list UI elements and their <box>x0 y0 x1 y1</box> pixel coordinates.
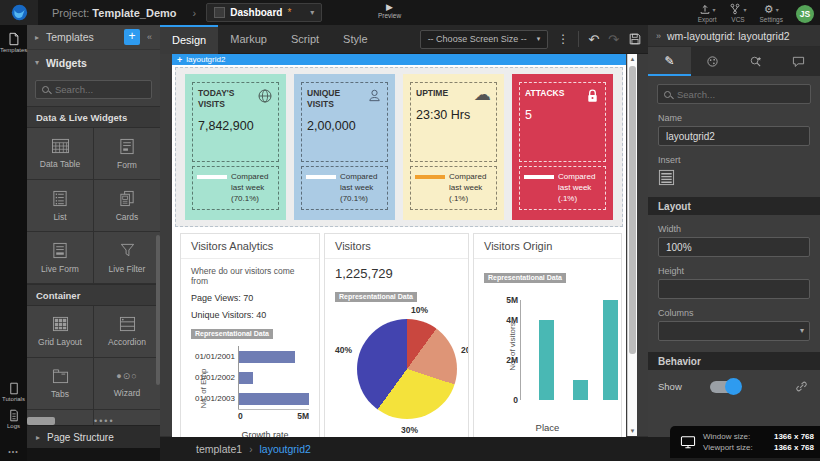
show-toggle[interactable] <box>710 381 740 393</box>
redo-button[interactable]: ↷ <box>608 32 619 47</box>
tab-markup[interactable]: Markup <box>218 25 279 54</box>
width-field[interactable] <box>658 237 810 257</box>
settings-button[interactable]: ⚙ ▾ Settings <box>760 3 784 23</box>
x-tick: 5M <box>297 411 309 421</box>
representational-badge: Representational Data <box>191 329 273 339</box>
trend-bar <box>415 175 445 179</box>
height-label: Height <box>658 266 810 276</box>
columns-select[interactable]: ▾ <box>658 321 810 341</box>
breadcrumb-page[interactable]: template1 <box>196 443 242 455</box>
kpi-card-todays-visits[interactable]: TODAY'S VISITS 7,842,900 <box>185 74 286 220</box>
widgets-section-header[interactable]: ▾ Widgets <box>27 50 160 75</box>
bar <box>573 380 588 400</box>
scroll-down-icon[interactable]: ▼ <box>628 428 637 434</box>
panel-title: Visitors Analytics <box>181 234 319 259</box>
canvas-scrollbar[interactable]: ▲ ▼ <box>627 54 637 436</box>
widget-tile-tabs[interactable]: Tabs <box>27 358 93 409</box>
layout-section-header[interactable]: Layout <box>648 197 820 215</box>
widget-tile-live-form[interactable]: Live Form <box>27 232 93 283</box>
widget-tile-partial[interactable] <box>27 410 93 425</box>
insert-row-button[interactable] <box>658 169 675 186</box>
category-container: Container <box>27 284 160 306</box>
layout-grid-row[interactable]: TODAY'S VISITS 7,842,900 <box>175 67 623 227</box>
add-template-button[interactable]: + <box>124 29 140 45</box>
scrollbar-thumb[interactable] <box>629 66 636 354</box>
preview-button[interactable]: ▶ Preview <box>378 2 401 19</box>
form-icon <box>119 138 135 155</box>
search-icon <box>42 86 49 93</box>
visitors-pie-chart: 10% 20% 30% 40% <box>335 307 458 439</box>
visitors-total: 1,225,729 <box>335 266 458 281</box>
widget-tile-partial[interactable]: •••• <box>94 410 160 425</box>
templates-section-header[interactable]: ▸ Templates + « <box>27 25 160 50</box>
design-canvas[interactable]: + layoutgrid2 TODAY'S VISITS <box>172 54 626 446</box>
export-button[interactable]: ▾ Export <box>698 3 717 23</box>
panel-visitors[interactable]: Visitors 1,225,729 Representational Data… <box>324 233 469 443</box>
bar <box>239 351 295 363</box>
undo-button[interactable]: ↶ <box>588 32 599 47</box>
widget-tile-live-filter[interactable]: Live Filter <box>94 232 160 283</box>
tab-properties[interactable]: ✎ <box>648 47 691 76</box>
widget-tile-list[interactable]: List <box>27 180 93 231</box>
screen-size-dropdown[interactable]: -- Choose Screen Size -- ▾ <box>420 30 549 49</box>
widget-tile-grid-layout[interactable]: Grid Layout <box>27 306 93 357</box>
save-button[interactable] <box>628 32 642 46</box>
representational-badge: Representational Data <box>484 273 566 283</box>
theme-icon <box>706 55 719 68</box>
pencil-icon: ✎ <box>664 54 674 68</box>
properties-search-input[interactable] <box>677 89 804 100</box>
properties-tabs: ✎ <box>648 47 820 76</box>
name-field[interactable] <box>658 126 810 146</box>
branch-icon <box>729 3 741 15</box>
widget-search-input[interactable] <box>55 84 145 95</box>
kpi-card-uptime[interactable]: UPTIME ☁ 23:30 Hrs Compared last week (.… <box>403 74 504 220</box>
top-bar: Project: Template_Demo › Dashboard * ▾ ▶… <box>0 0 820 25</box>
bind-link-icon[interactable] <box>795 380 808 393</box>
tab-design[interactable]: Design <box>160 25 218 54</box>
x-tick: 0 <box>238 411 243 421</box>
scroll-up-icon[interactable]: ▲ <box>628 56 637 62</box>
origin-bar-chart: No. of visitors 5M 4M 2M 0 <box>514 292 605 414</box>
tab-comments[interactable] <box>777 47 820 76</box>
rail-item-logs[interactable]: Logs <box>0 402 27 429</box>
widget-tile-wizard[interactable]: ●⊙○ Wizard <box>94 358 160 409</box>
rail-item-templates[interactable]: Templates <box>0 25 27 53</box>
widget-tile-cards[interactable]: Cards <box>94 180 160 231</box>
widget-tile-accordion[interactable]: Accordion <box>94 306 160 357</box>
page-structure-section[interactable]: ▸ Page Structure <box>27 425 160 448</box>
logo-icon <box>11 4 28 21</box>
left-icon-rail: Templates Tutorials Logs ••• <box>0 25 27 461</box>
breadcrumb-widget[interactable]: layoutgrid2 <box>259 443 310 455</box>
widget-tile-data-table[interactable]: Data Table <box>27 128 93 179</box>
collapse-panel-icon[interactable]: « <box>147 32 152 42</box>
user-avatar[interactable]: JS <box>796 5 814 23</box>
rail-more-button[interactable]: ••• <box>0 448 27 455</box>
tab-styles[interactable] <box>691 47 734 76</box>
panel-visitors-analytics[interactable]: Visitors Analytics Where do our visitors… <box>180 233 320 443</box>
vcs-button[interactable]: ▾ VCS <box>729 3 746 23</box>
gear-icon: ⚙ <box>764 3 774 16</box>
trend-bar <box>197 175 227 179</box>
tab-style[interactable]: Style <box>331 25 379 54</box>
tab-script[interactable]: Script <box>279 25 331 54</box>
behavior-section-header[interactable]: Behavior <box>648 352 820 370</box>
rail-item-tutorials[interactable]: Tutorials <box>0 375 27 402</box>
kpi-card-unique-visits[interactable]: UNIQUE VISITS 2,00,000 Compar <box>294 74 395 220</box>
panel-visitors-origin[interactable]: Visitors Origin Representational Data No… <box>473 233 622 443</box>
chevron-down-icon: ▾ <box>310 8 314 17</box>
selection-header[interactable]: + layoutgrid2 <box>172 54 626 65</box>
more-options-button[interactable]: ⋮ <box>557 32 569 46</box>
panel-scrollbar[interactable] <box>156 235 160 385</box>
height-field[interactable] <box>658 279 810 299</box>
selection-label: layoutgrid2 <box>186 55 225 64</box>
viewport-size-indicator: Window size:1366 x 768 Viewport size:136… <box>670 426 820 458</box>
tab-find[interactable] <box>734 47 777 76</box>
cloud-icon: ☁ <box>474 88 491 102</box>
page-selector-dropdown[interactable]: Dashboard * ▾ <box>206 3 322 22</box>
wizard-steps-icon: ●⊙○ <box>116 369 137 383</box>
widget-tile-form[interactable]: Form <box>94 128 160 179</box>
chat-bubble-icon <box>792 55 805 68</box>
wavemaker-logo[interactable] <box>0 0 38 25</box>
collapse-panel-icon[interactable]: » <box>656 31 661 41</box>
kpi-card-attacks[interactable]: ATTACKS 5 <box>512 74 613 220</box>
